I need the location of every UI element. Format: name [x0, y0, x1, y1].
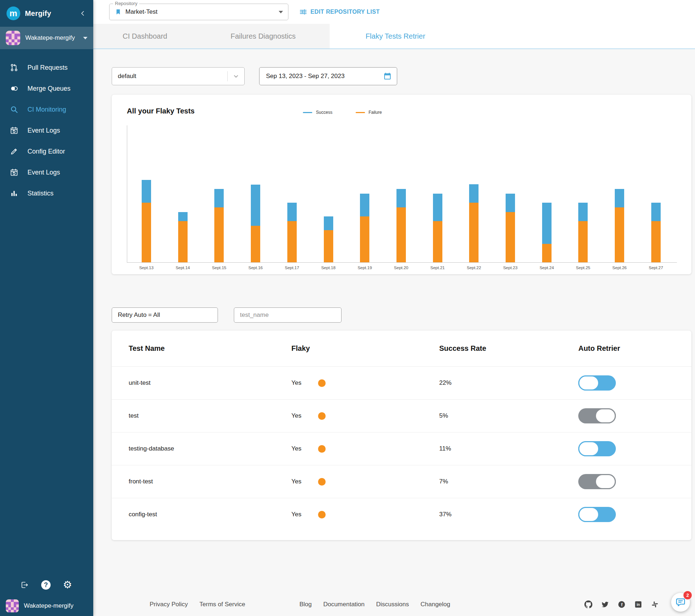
settings-button[interactable]: ⚙: [63, 580, 72, 590]
success-rate-value: 11%: [439, 445, 578, 452]
sidebar-item-event-logs[interactable]: Event Logs: [0, 120, 93, 141]
changelog-link[interactable]: Changelog: [420, 601, 450, 608]
chevron-down-icon: [83, 37, 87, 39]
sidebar-item-config-editor[interactable]: Config Editor: [0, 141, 93, 162]
legend-label: Failure: [369, 110, 382, 115]
legend-item-success: Success: [303, 110, 332, 115]
bar-x-label: Sept.20: [394, 266, 408, 270]
bar-x-label: Sept.21: [430, 266, 445, 270]
bar-segment-failure: [433, 221, 442, 262]
sidebar-user[interactable]: Wakatepe-mergify: [0, 594, 93, 616]
slack-icon[interactable]: [651, 600, 659, 608]
bar-column: Sept.17: [287, 203, 297, 262]
github-icon[interactable]: [584, 600, 592, 608]
toggle-knob: [595, 408, 616, 423]
edit-repository-list-label: EDIT REPOSITORY LIST: [310, 9, 380, 15]
retry-auto-filter[interactable]: Retry Auto = All: [112, 307, 218, 323]
bar-column: Sept.25: [578, 203, 588, 262]
collapse-sidebar-button[interactable]: [79, 9, 87, 17]
repository-select[interactable]: Repository Market-Test: [109, 4, 288, 20]
sidebar-item-ci-monitoring[interactable]: CI Monitoring: [0, 99, 93, 120]
chat-icon: [675, 597, 686, 607]
privacy-policy-link[interactable]: Privacy Policy: [150, 601, 188, 608]
brand-name: Mergify: [25, 9, 51, 18]
event-logs-icon: [9, 168, 19, 177]
merge-queues-icon: [9, 84, 19, 93]
bar-chart-icon: [9, 189, 19, 198]
table-header: Test Name Flaky Success Rate Auto Retrie…: [112, 331, 691, 366]
test-name-input[interactable]: [240, 311, 335, 319]
legend-item-failure: Failure: [356, 110, 382, 115]
bar-segment-failure: [615, 207, 624, 262]
column-header-auto-retrier: Auto Retrier: [578, 344, 691, 353]
sidebar-item-merge-queues[interactable]: Merge Queues: [0, 78, 93, 99]
auto-retrier-toggle[interactable]: [578, 507, 616, 522]
test-name: config-test: [112, 511, 291, 518]
bar-x-label: Sept.23: [503, 266, 518, 270]
flaky-value: Yes: [291, 478, 301, 485]
bar-segment-success: [396, 189, 406, 207]
auto-retrier-toggle[interactable]: [578, 375, 616, 391]
bar-segment-failure: [506, 212, 515, 262]
flaky-tests-chart-card: All your Flaky Tests Success Failure Sep…: [112, 95, 691, 274]
terms-of-service-link[interactable]: Terms of Service: [200, 601, 245, 608]
chart-legend: Success Failure: [303, 110, 382, 115]
bar-segment-success: [360, 194, 369, 216]
discussions-link[interactable]: Discussions: [376, 601, 409, 608]
bar-segment-success: [142, 180, 151, 203]
sidebar-item-label: Merge Queues: [27, 85, 70, 92]
flaky-value: Yes: [291, 379, 301, 387]
auto-retrier-toggle[interactable]: [578, 408, 616, 423]
bar-x-label: Sept.27: [649, 266, 663, 270]
bar-column: Sept.22: [469, 184, 479, 262]
sidebar-item-statistics[interactable]: Statistics: [0, 183, 93, 204]
auto-retrier-toggle[interactable]: [578, 474, 616, 489]
bar-segment-success: [651, 203, 661, 221]
tab-flaky-tests-retrier[interactable]: Flaky Tests Retrier: [330, 24, 461, 48]
linkedin-icon[interactable]: in: [634, 600, 642, 608]
bar-segment-success: [324, 216, 333, 230]
bar-segment-success: [178, 212, 188, 221]
sidebar-item-event-logs-2[interactable]: Event Logs: [0, 162, 93, 183]
date-range-picker[interactable]: Sep 13, 2023 - Sep 27, 2023: [259, 67, 397, 85]
bar-segment-success: [578, 203, 588, 221]
bar-segment-success: [506, 194, 515, 212]
auto-retrier-toggle[interactable]: [578, 441, 616, 456]
success-rate-value: 7%: [439, 478, 578, 485]
repository-select-value: Market-Test: [125, 8, 158, 16]
bar-x-label: Sept.18: [321, 266, 336, 270]
bar-column: Sept.19: [360, 194, 369, 262]
facebook-icon[interactable]: f: [618, 600, 626, 608]
bar-segment-failure: [142, 203, 151, 262]
bar-segment-failure: [324, 230, 333, 262]
branch-select-value: default: [118, 73, 136, 80]
sidebar-item-label: Event Logs: [27, 169, 60, 176]
edit-repository-list-link[interactable]: EDIT REPOSITORY LIST: [299, 8, 380, 16]
twitter-icon[interactable]: [601, 600, 609, 608]
notification-badge: 2: [683, 591, 692, 599]
tab-failures-diagnostics[interactable]: Failures Diagnostics: [197, 24, 330, 48]
logo-letter: m: [9, 8, 17, 18]
documentation-link[interactable]: Documentation: [323, 601, 364, 608]
sidebar-item-pull-requests[interactable]: Pull Requests: [0, 57, 93, 78]
help-icon: ?: [41, 580, 51, 590]
organization-selector[interactable]: Wakatepe-mergify: [0, 27, 93, 49]
blog-link[interactable]: Blog: [299, 601, 312, 608]
tab-ci-dashboard[interactable]: CI Dashboard: [93, 24, 197, 48]
sidebar-header: m Mergify: [0, 0, 93, 27]
column-header-flaky: Flaky: [291, 344, 439, 353]
help-button[interactable]: ?: [41, 580, 51, 590]
column-header-success-rate: Success Rate: [439, 344, 578, 353]
logout-button[interactable]: [20, 581, 29, 589]
branch-select[interactable]: default: [112, 67, 245, 85]
bar-column: Sept.14: [178, 212, 188, 262]
toggle-knob: [578, 507, 599, 522]
bar-segment-failure: [360, 216, 369, 262]
main-area: Repository Market-Test EDIT REPOSITORY L…: [93, 0, 695, 616]
bar-x-label: Sept.16: [248, 266, 263, 270]
test-name-filter: [234, 307, 342, 323]
sidebar-nav: Pull Requests Merge Queues CI Monitoring…: [0, 57, 93, 204]
bar-column: Sept.13: [142, 180, 151, 262]
chat-launcher[interactable]: 2: [671, 593, 690, 612]
bookmark-icon: [115, 8, 122, 16]
